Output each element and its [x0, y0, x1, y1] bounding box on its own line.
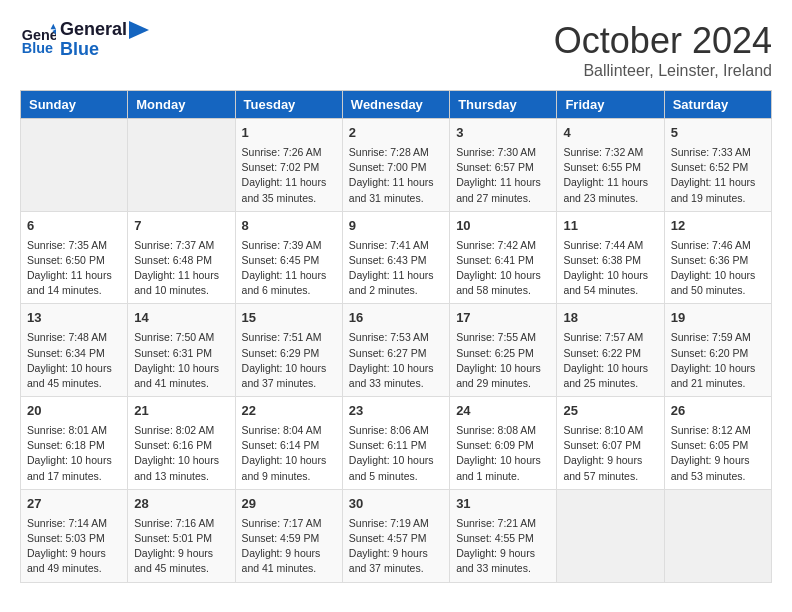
calendar-cell: 7Sunrise: 7:37 AM Sunset: 6:48 PM Daylig… — [128, 211, 235, 304]
day-info: Sunrise: 7:21 AM Sunset: 4:55 PM Dayligh… — [456, 516, 550, 577]
day-info: Sunrise: 7:17 AM Sunset: 4:59 PM Dayligh… — [242, 516, 336, 577]
calendar-cell: 1Sunrise: 7:26 AM Sunset: 7:02 PM Daylig… — [235, 119, 342, 212]
logo-icon: General Blue — [20, 22, 56, 58]
day-number: 13 — [27, 309, 121, 328]
day-info: Sunrise: 8:10 AM Sunset: 6:07 PM Dayligh… — [563, 423, 657, 484]
calendar-cell: 17Sunrise: 7:55 AM Sunset: 6:25 PM Dayli… — [450, 304, 557, 397]
day-number: 2 — [349, 124, 443, 143]
day-number: 18 — [563, 309, 657, 328]
calendar-cell: 27Sunrise: 7:14 AM Sunset: 5:03 PM Dayli… — [21, 489, 128, 582]
day-number: 1 — [242, 124, 336, 143]
day-number: 8 — [242, 217, 336, 236]
calendar-title-area: October 2024 Ballinteer, Leinster, Irela… — [554, 20, 772, 80]
day-number: 12 — [671, 217, 765, 236]
day-number: 24 — [456, 402, 550, 421]
header-monday: Monday — [128, 91, 235, 119]
calendar-cell: 16Sunrise: 7:53 AM Sunset: 6:27 PM Dayli… — [342, 304, 449, 397]
header-saturday: Saturday — [664, 91, 771, 119]
calendar-cell: 28Sunrise: 7:16 AM Sunset: 5:01 PM Dayli… — [128, 489, 235, 582]
day-number: 28 — [134, 495, 228, 514]
calendar-cell: 14Sunrise: 7:50 AM Sunset: 6:31 PM Dayli… — [128, 304, 235, 397]
calendar-cell: 2Sunrise: 7:28 AM Sunset: 7:00 PM Daylig… — [342, 119, 449, 212]
header-tuesday: Tuesday — [235, 91, 342, 119]
calendar-cell: 22Sunrise: 8:04 AM Sunset: 6:14 PM Dayli… — [235, 397, 342, 490]
calendar-header: SundayMondayTuesdayWednesdayThursdayFrid… — [21, 91, 772, 119]
day-number: 21 — [134, 402, 228, 421]
day-number: 23 — [349, 402, 443, 421]
day-info: Sunrise: 8:04 AM Sunset: 6:14 PM Dayligh… — [242, 423, 336, 484]
day-number: 20 — [27, 402, 121, 421]
day-info: Sunrise: 7:46 AM Sunset: 6:36 PM Dayligh… — [671, 238, 765, 299]
day-info: Sunrise: 7:42 AM Sunset: 6:41 PM Dayligh… — [456, 238, 550, 299]
logo-blue: Blue — [60, 40, 149, 60]
calendar-cell: 3Sunrise: 7:30 AM Sunset: 6:57 PM Daylig… — [450, 119, 557, 212]
logo: General Blue General Blue — [20, 20, 149, 60]
header-wednesday: Wednesday — [342, 91, 449, 119]
day-number: 11 — [563, 217, 657, 236]
day-number: 29 — [242, 495, 336, 514]
day-number: 19 — [671, 309, 765, 328]
day-info: Sunrise: 7:51 AM Sunset: 6:29 PM Dayligh… — [242, 330, 336, 391]
day-info: Sunrise: 7:57 AM Sunset: 6:22 PM Dayligh… — [563, 330, 657, 391]
header-sunday: Sunday — [21, 91, 128, 119]
day-info: Sunrise: 8:12 AM Sunset: 6:05 PM Dayligh… — [671, 423, 765, 484]
calendar-cell: 19Sunrise: 7:59 AM Sunset: 6:20 PM Dayli… — [664, 304, 771, 397]
calendar-cell — [664, 489, 771, 582]
day-number: 5 — [671, 124, 765, 143]
calendar-cell: 6Sunrise: 7:35 AM Sunset: 6:50 PM Daylig… — [21, 211, 128, 304]
calendar-cell: 5Sunrise: 7:33 AM Sunset: 6:52 PM Daylig… — [664, 119, 771, 212]
day-info: Sunrise: 8:02 AM Sunset: 6:16 PM Dayligh… — [134, 423, 228, 484]
day-number: 9 — [349, 217, 443, 236]
day-number: 16 — [349, 309, 443, 328]
calendar-row-1: 1Sunrise: 7:26 AM Sunset: 7:02 PM Daylig… — [21, 119, 772, 212]
day-info: Sunrise: 7:14 AM Sunset: 5:03 PM Dayligh… — [27, 516, 121, 577]
day-number: 10 — [456, 217, 550, 236]
calendar-row-3: 13Sunrise: 7:48 AM Sunset: 6:34 PM Dayli… — [21, 304, 772, 397]
day-info: Sunrise: 8:08 AM Sunset: 6:09 PM Dayligh… — [456, 423, 550, 484]
calendar-cell: 13Sunrise: 7:48 AM Sunset: 6:34 PM Dayli… — [21, 304, 128, 397]
day-number: 17 — [456, 309, 550, 328]
day-number: 14 — [134, 309, 228, 328]
logo-general: General — [60, 20, 127, 40]
header-thursday: Thursday — [450, 91, 557, 119]
svg-text:Blue: Blue — [22, 39, 53, 55]
day-info: Sunrise: 7:30 AM Sunset: 6:57 PM Dayligh… — [456, 145, 550, 206]
month-title: October 2024 — [554, 20, 772, 62]
day-info: Sunrise: 8:06 AM Sunset: 6:11 PM Dayligh… — [349, 423, 443, 484]
calendar-cell: 29Sunrise: 7:17 AM Sunset: 4:59 PM Dayli… — [235, 489, 342, 582]
calendar-table: SundayMondayTuesdayWednesdayThursdayFrid… — [20, 90, 772, 583]
calendar-cell: 10Sunrise: 7:42 AM Sunset: 6:41 PM Dayli… — [450, 211, 557, 304]
day-number: 26 — [671, 402, 765, 421]
calendar-cell: 20Sunrise: 8:01 AM Sunset: 6:18 PM Dayli… — [21, 397, 128, 490]
calendar-cell: 26Sunrise: 8:12 AM Sunset: 6:05 PM Dayli… — [664, 397, 771, 490]
calendar-cell: 8Sunrise: 7:39 AM Sunset: 6:45 PM Daylig… — [235, 211, 342, 304]
day-number: 25 — [563, 402, 657, 421]
calendar-cell: 21Sunrise: 8:02 AM Sunset: 6:16 PM Dayli… — [128, 397, 235, 490]
day-info: Sunrise: 7:19 AM Sunset: 4:57 PM Dayligh… — [349, 516, 443, 577]
calendar-cell: 31Sunrise: 7:21 AM Sunset: 4:55 PM Dayli… — [450, 489, 557, 582]
day-info: Sunrise: 7:50 AM Sunset: 6:31 PM Dayligh… — [134, 330, 228, 391]
day-info: Sunrise: 7:32 AM Sunset: 6:55 PM Dayligh… — [563, 145, 657, 206]
day-number: 30 — [349, 495, 443, 514]
day-info: Sunrise: 7:16 AM Sunset: 5:01 PM Dayligh… — [134, 516, 228, 577]
calendar-cell — [128, 119, 235, 212]
day-info: Sunrise: 7:53 AM Sunset: 6:27 PM Dayligh… — [349, 330, 443, 391]
day-info: Sunrise: 7:33 AM Sunset: 6:52 PM Dayligh… — [671, 145, 765, 206]
day-info: Sunrise: 7:39 AM Sunset: 6:45 PM Dayligh… — [242, 238, 336, 299]
page-header: General Blue General Blue October 2024 B… — [20, 20, 772, 80]
day-info: Sunrise: 7:48 AM Sunset: 6:34 PM Dayligh… — [27, 330, 121, 391]
calendar-row-4: 20Sunrise: 8:01 AM Sunset: 6:18 PM Dayli… — [21, 397, 772, 490]
day-info: Sunrise: 7:35 AM Sunset: 6:50 PM Dayligh… — [27, 238, 121, 299]
calendar-cell: 30Sunrise: 7:19 AM Sunset: 4:57 PM Dayli… — [342, 489, 449, 582]
calendar-cell: 15Sunrise: 7:51 AM Sunset: 6:29 PM Dayli… — [235, 304, 342, 397]
calendar-row-2: 6Sunrise: 7:35 AM Sunset: 6:50 PM Daylig… — [21, 211, 772, 304]
day-number: 6 — [27, 217, 121, 236]
calendar-cell: 23Sunrise: 8:06 AM Sunset: 6:11 PM Dayli… — [342, 397, 449, 490]
location-title: Ballinteer, Leinster, Ireland — [554, 62, 772, 80]
day-number: 4 — [563, 124, 657, 143]
day-number: 3 — [456, 124, 550, 143]
day-info: Sunrise: 7:41 AM Sunset: 6:43 PM Dayligh… — [349, 238, 443, 299]
calendar-cell: 11Sunrise: 7:44 AM Sunset: 6:38 PM Dayli… — [557, 211, 664, 304]
calendar-cell: 4Sunrise: 7:32 AM Sunset: 6:55 PM Daylig… — [557, 119, 664, 212]
day-info: Sunrise: 8:01 AM Sunset: 6:18 PM Dayligh… — [27, 423, 121, 484]
